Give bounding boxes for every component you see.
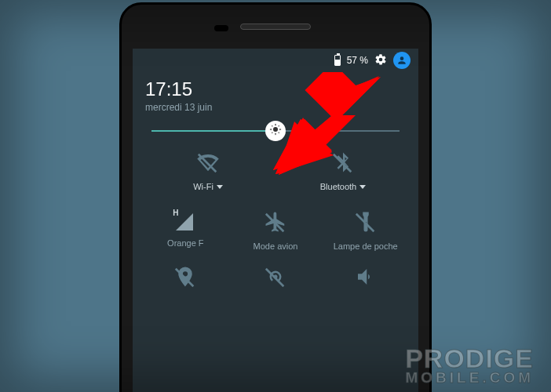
signal-label: Orange F	[167, 238, 203, 248]
clock-date: mercredi 13 juin	[145, 102, 406, 113]
chevron-down-icon	[359, 185, 366, 189]
flashlight-icon	[354, 210, 378, 235]
torch-tile[interactable]: Lampe de poche	[320, 210, 411, 251]
bluetooth-label-row[interactable]: Bluetooth	[320, 182, 366, 191]
qs-header: 17:15 mercredi 13 juin	[133, 72, 418, 124]
qs-row-3	[133, 254, 418, 293]
watermark-line1: PRODIGE	[405, 347, 534, 371]
slider-track	[151, 130, 400, 132]
sound-tile[interactable]	[320, 265, 411, 290]
bluetooth-label: Bluetooth	[320, 182, 356, 191]
hotspot-tile[interactable]	[231, 265, 321, 290]
settings-icon[interactable]	[374, 53, 387, 68]
phone-side-button	[429, 162, 432, 185]
clock-time: 17:15	[145, 78, 406, 100]
brightness-slider[interactable]	[133, 124, 418, 136]
qs-row-1: Wi-Fi Bluetooth	[133, 136, 418, 199]
chevron-down-icon	[217, 185, 223, 189]
qs-row-2: H Orange F Mode avion Lampe de poche	[133, 199, 418, 254]
location-tile[interactable]	[140, 265, 231, 290]
hotspot-off-icon	[264, 265, 287, 290]
airplane-label: Mode avion	[254, 241, 298, 251]
watermark-line2: MOBILE.COM	[405, 371, 534, 384]
airplane-tile[interactable]: Mode avion	[231, 210, 321, 251]
bluetooth-off-icon	[331, 151, 355, 176]
signal-tile[interactable]: H Orange F	[140, 210, 231, 251]
phone-side-button	[429, 193, 432, 236]
wifi-off-icon	[196, 151, 220, 176]
signal-h-icon: H	[174, 210, 196, 232]
airplane-off-icon	[264, 210, 287, 235]
speaker-icon	[354, 265, 378, 290]
wifi-tile[interactable]: Wi-Fi	[140, 151, 276, 191]
battery-icon	[334, 55, 341, 66]
battery-percent: 57 %	[347, 55, 368, 66]
watermark: PRODIGE MOBILE.COM	[405, 347, 534, 384]
profile-avatar[interactable]	[393, 52, 411, 69]
phone-frame: 57 % 17:15 mercredi 13 juin	[119, 2, 432, 392]
bluetooth-tile[interactable]: Bluetooth	[276, 151, 411, 191]
location-off-icon	[173, 265, 197, 290]
status-bar: 57 %	[133, 49, 418, 72]
screen: 57 % 17:15 mercredi 13 juin	[133, 49, 418, 392]
wifi-label: Wi-Fi	[193, 182, 213, 191]
torch-label: Lampe de poche	[334, 241, 398, 251]
slider-fill	[151, 130, 276, 132]
brightness-thumb[interactable]	[265, 121, 286, 141]
wifi-label-row[interactable]: Wi-Fi	[193, 182, 223, 191]
phone-speaker	[240, 24, 311, 30]
brightness-icon	[268, 122, 283, 140]
